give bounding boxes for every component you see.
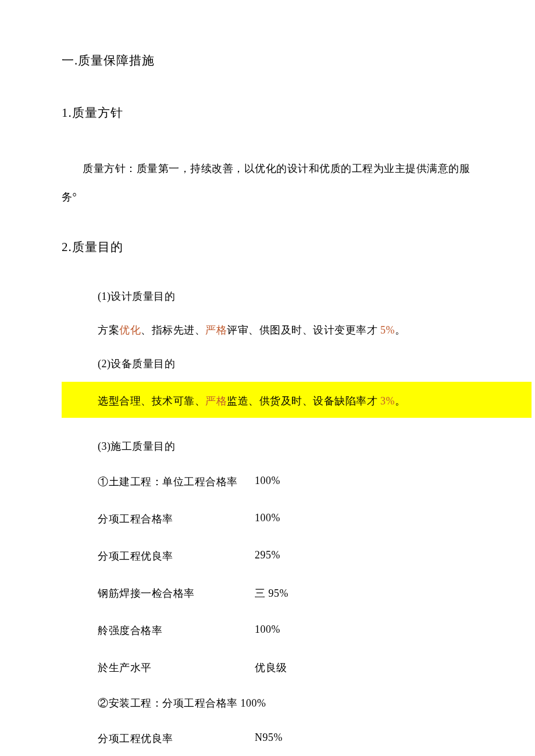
metric-value: 优良级 (255, 661, 287, 675)
metric-row: 於生产水平 优良级 (98, 661, 471, 675)
text: 、指标先进、 (141, 324, 205, 336)
accent-text: 5% (380, 324, 395, 336)
text: 。 (395, 324, 406, 336)
metric-row: 舲强度合格率 100% (98, 624, 471, 637)
metric-value: N95% (255, 732, 283, 746)
metric-row: 分项工程合格率 100% (98, 512, 471, 526)
metric-label: 钢筋焊接一检合格率 (98, 586, 255, 600)
main-heading: 一.质量保障措施 (62, 52, 471, 69)
metric-label: 分项工程合格率 (98, 512, 255, 526)
document-page: 一.质量保障措施 1.质量方针 质量方针：质量第一，持续改善，以优化的设计和优质… (0, 0, 535, 756)
text: 评审、供图及时、设计变更率才 (227, 324, 380, 336)
goal-1-label: (1)设计质量目的 (98, 291, 471, 302)
section-1-body: 质量方针：质量第一，持续改善，以优化的设计和优质的工程为业主提供满意的服务° (62, 155, 471, 211)
metric-value: 100% (255, 512, 280, 526)
metric-row: ①土建工程：单位工程合格率 100% (98, 475, 471, 489)
install-line: ②安装工程：分项工程合格率 100% (98, 698, 471, 708)
goal-2-label: (2)设备质量目的 (98, 359, 471, 369)
metric-value: 100% (255, 475, 280, 489)
accent-text: 严格 (205, 324, 227, 336)
goal-2-body: 选型合理、技术可靠、严格监造、供货及时、设备缺陷率才 3%。 (98, 396, 471, 406)
metric-value: 三 95% (255, 586, 288, 600)
metric-row: 钢筋焊接一检合格率 三 95% (98, 586, 471, 600)
text: 监造、供货及时、设备缺陷率才 (227, 395, 380, 407)
text: 。 (395, 395, 406, 407)
metric-label: 於生产水平 (98, 661, 255, 675)
section-2-content: (1)设计质量目的 方案优化、指标先进、严格评审、供图及时、设计变更率才 5%。… (62, 291, 471, 756)
metric-value: 295% (255, 549, 280, 563)
goal-1-body: 方案优化、指标先进、严格评审、供图及时、设计变更率才 5%。 (98, 325, 471, 335)
highlighted-row: 选型合理、技术可靠、严格监造、供货及时、设备缺陷率才 3%。 (62, 382, 532, 418)
metric-label: 舲强度合格率 (98, 624, 255, 637)
accent-text: 3% (380, 395, 395, 407)
accent-text: 严格 (205, 395, 227, 407)
metric-row: 分项工程优良率 N95% (98, 732, 471, 746)
metric-value: 100% (255, 624, 280, 637)
section-2-heading: 2.质量目的 (62, 239, 471, 255)
metric-label: ①土建工程：单位工程合格率 (98, 475, 255, 489)
metric-label: 分项工程优良率 (98, 732, 255, 746)
text: 方案 (98, 324, 119, 336)
metric-label: 分项工程优良率 (98, 549, 255, 563)
section-1-heading: 1.质量方针 (62, 105, 471, 121)
metric-row: 分项工程优良率 295% (98, 549, 471, 563)
text: 选型合理、技术可靠、 (98, 395, 205, 407)
accent-text: 优化 (119, 324, 141, 336)
goal-3-label: (3)施工质量目的 (98, 441, 471, 452)
